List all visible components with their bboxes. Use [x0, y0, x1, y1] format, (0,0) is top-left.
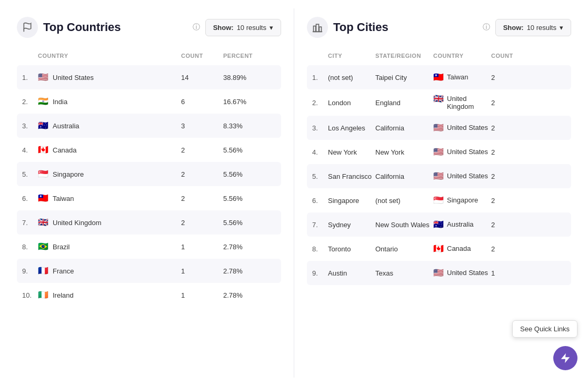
row-num: 1. [22, 74, 38, 82]
country-label: Australia [53, 122, 79, 130]
country-flag: 🇬🇧 [38, 218, 48, 227]
country-label: Australia [447, 220, 474, 228]
cities-header: Top Cities ⓘ Show: 10 results ▾ [307, 17, 571, 38]
table-row: 3. Los Angeles California 🇺🇸 United Stat… [307, 116, 571, 140]
table-row: 7. Sydney New South Wales 🇦🇺 Australia 2 [307, 212, 571, 237]
country-cell: 🇺🇸 United States [433, 269, 491, 277]
country-name: 🇫🇷 France [38, 267, 181, 275]
country-flag: 🇺🇸 [433, 148, 444, 156]
show-value: 10 results [237, 24, 266, 32]
state-value: Ontario [375, 245, 433, 253]
count-value: 2 [491, 197, 523, 205]
table-row: 2. London England 🇬🇧 United Kingdom 2 [307, 89, 571, 116]
row-num: 8. [22, 243, 38, 251]
col-count-city-header: COUNT [491, 53, 523, 59]
countries-show-results-button[interactable]: Show: 10 results ▾ [205, 19, 281, 36]
country-label: Taiwan [53, 195, 74, 202]
row-num: 4. [312, 148, 328, 156]
row-num: 7. [22, 219, 38, 227]
row-num: 10. [22, 291, 38, 299]
row-num: 4. [22, 146, 38, 154]
table-row: 8. Toronto Ontario 🇨🇦 Canada 2 [307, 237, 571, 261]
city-value: London [328, 99, 375, 107]
country-flag: 🇧🇷 [38, 242, 48, 251]
col-num-header [22, 53, 38, 59]
count-value: 2 [181, 219, 223, 227]
countries-info-icon[interactable]: ⓘ [193, 23, 200, 32]
row-num: 8. [312, 245, 328, 253]
country-flag: 🇸🇬 [38, 170, 48, 178]
country-label: United States [447, 172, 488, 180]
state-value: New South Wales [375, 221, 433, 229]
table-row: 2. 🇮🇳 India 6 16.67% [17, 89, 281, 114]
country-flag: 🇨🇦 [433, 245, 444, 253]
col-city-header: CITY [328, 53, 375, 59]
country-flag: 🇺🇸 [433, 172, 444, 180]
city-value: New York [328, 148, 375, 156]
country-label: Brazil [53, 243, 70, 251]
cities-info-icon[interactable]: ⓘ [483, 23, 490, 32]
country-label: United States [447, 124, 488, 131]
country-flag: 🇮🇪 [38, 291, 48, 299]
count-value: 2 [491, 245, 523, 253]
count-value: 1 [181, 243, 223, 251]
count-value: 2 [491, 124, 523, 132]
country-flag: 🇬🇧 [433, 95, 444, 103]
country-name: 🇬🇧 United Kingdom [38, 218, 181, 227]
country-cell: 🇹🇼 Taiwan [433, 73, 491, 82]
country-label: Singapore [53, 170, 84, 178]
cities-show-results-button[interactable]: Show: 10 results ▾ [495, 19, 571, 36]
country-flag: 🇮🇳 [38, 97, 48, 106]
top-countries-panel: Top Countries ⓘ Show: 10 results ▾ COUNT… [8, 8, 290, 378]
row-num: 1. [312, 74, 328, 82]
country-label: United Kingdom [53, 219, 102, 227]
city-value: Toronto [328, 245, 375, 253]
country-flag: 🇹🇼 [433, 73, 444, 82]
quick-links-button[interactable] [553, 346, 577, 370]
row-num: 6. [312, 197, 328, 205]
percent-value: 5.56% [223, 219, 276, 227]
country-name: 🇮🇪 Ireland [38, 291, 181, 299]
country-flag: 🇦🇺 [433, 220, 444, 229]
count-value: 2 [181, 146, 223, 154]
country-name: 🇸🇬 Singapore [38, 170, 181, 178]
country-flag: 🇹🇼 [38, 194, 48, 202]
cities-icon [307, 17, 328, 38]
col-count-header: COUNT [181, 53, 223, 59]
city-value: Sydney [328, 221, 375, 229]
row-num: 6. [22, 195, 38, 202]
country-flag: 🇺🇸 [38, 73, 48, 82]
table-row: 9. Austin Texas 🇺🇸 United States 1 [307, 261, 571, 285]
cities-rows-container: 1. (not set) Taipei City 🇹🇼 Taiwan 2 2. … [307, 65, 571, 285]
country-name: 🇺🇸 United States [38, 73, 181, 82]
show-label: Show: [213, 24, 234, 32]
chevron-down-icon: ▾ [270, 24, 273, 32]
country-name: 🇮🇳 India [38, 97, 181, 106]
country-flag: 🇺🇸 [433, 124, 444, 132]
percent-value: 2.78% [223, 267, 276, 275]
cities-show-value: 10 results [527, 24, 556, 32]
row-num: 5. [312, 172, 328, 180]
svg-rect-3 [319, 27, 321, 32]
countries-header: Top Countries ⓘ Show: 10 results ▾ [17, 17, 281, 38]
country-cell: 🇨🇦 Canada [433, 245, 491, 253]
count-value: 2 [181, 195, 223, 202]
col-num-header-city [312, 53, 328, 59]
col-country-city-header: COUNTRY [433, 53, 491, 59]
col-country-header: COUNTRY [38, 53, 181, 59]
country-label: France [53, 267, 74, 275]
country-label: United States [447, 269, 488, 277]
count-value: 1 [181, 267, 223, 275]
table-row: 6. 🇹🇼 Taiwan 2 5.56% [17, 186, 281, 210]
row-num: 3. [312, 124, 328, 132]
country-label: Ireland [53, 291, 74, 299]
city-value: Singapore [328, 197, 375, 205]
count-value: 2 [491, 221, 523, 229]
table-row: 4. 🇨🇦 Canada 2 5.56% [17, 138, 281, 162]
row-num: 2. [22, 98, 38, 106]
country-name: 🇧🇷 Brazil [38, 242, 181, 251]
row-num: 5. [22, 170, 38, 178]
count-value: 2 [181, 170, 223, 178]
row-num: 7. [312, 221, 328, 229]
state-value: Texas [375, 269, 433, 277]
